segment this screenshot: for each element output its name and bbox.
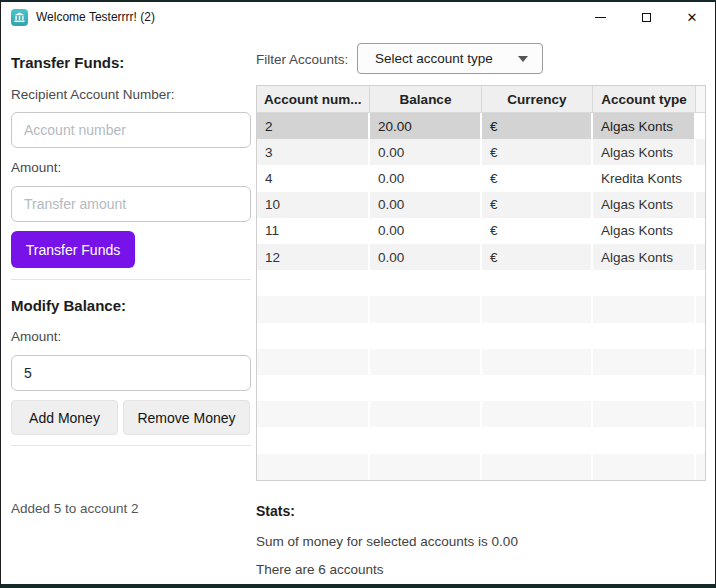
table-cell (257, 401, 370, 427)
table-cell: Algas Konts (593, 113, 696, 139)
stats-heading: Stats: (256, 503, 295, 519)
bank-icon-glyph (14, 12, 25, 23)
table-row-account-3[interactable]: 30.00€Algas Konts (257, 139, 705, 165)
table-row-account-10[interactable]: 100.00€Algas Konts (257, 192, 705, 218)
table-cell: Algas Konts (593, 218, 696, 244)
column-header-0[interactable]: Account num... (257, 86, 370, 113)
table-cell: 12 (257, 244, 370, 270)
table-cell-filler (696, 375, 705, 401)
window-controls: ✕ (577, 2, 715, 32)
table-cell (593, 296, 696, 322)
table-row-empty[interactable] (257, 375, 705, 401)
table-cell (370, 296, 482, 322)
table-cell-filler (696, 113, 705, 139)
modify-amount-label: Amount: (11, 329, 61, 344)
table-cell (370, 454, 482, 480)
column-header-1[interactable]: Balance (370, 86, 482, 113)
table-cell: 0.00 (370, 218, 482, 244)
table-row-empty[interactable] (257, 401, 705, 427)
table-cell: € (482, 139, 593, 165)
minimize-button[interactable] (577, 2, 623, 32)
table-cell (257, 427, 370, 453)
close-icon: ✕ (687, 11, 698, 24)
table-cell: € (482, 244, 593, 270)
table-cell (370, 323, 482, 349)
transfer-funds-heading: Transfer Funds: (11, 54, 124, 71)
table-cell: 0.00 (370, 139, 482, 165)
remove-money-button[interactable]: Remove Money (123, 400, 250, 435)
bank-icon (11, 9, 28, 26)
filter-accounts-label: Filter Accounts: (256, 52, 348, 67)
table-cell: 3 (257, 139, 370, 165)
table-cell (482, 454, 593, 480)
column-header-filler (696, 86, 705, 113)
table-cell (257, 296, 370, 322)
left-divider-1 (11, 279, 251, 280)
column-header-3[interactable]: Account type (593, 86, 696, 113)
table-row-empty[interactable] (257, 323, 705, 349)
table-cell (257, 375, 370, 401)
table-cell: € (482, 165, 593, 191)
table-cell-filler (696, 218, 705, 244)
table-cell (482, 323, 593, 349)
maximize-icon (642, 13, 651, 22)
table-row-empty[interactable] (257, 454, 705, 480)
left-divider-2 (11, 445, 251, 446)
close-button[interactable]: ✕ (669, 2, 715, 32)
table-row-account-12[interactable]: 120.00€Algas Konts (257, 244, 705, 270)
table-cell (370, 401, 482, 427)
table-cell-filler (696, 323, 705, 349)
table-row-empty[interactable] (257, 270, 705, 296)
table-cell: 0.00 (370, 192, 482, 218)
transfer-funds-button[interactable]: Transfer Funds (11, 231, 135, 268)
app-window: Welcome Testerrrr! (2) ✕ Transfer Funds:… (0, 0, 716, 588)
stats-count-line: There are 6 accounts (256, 562, 384, 577)
table-cell: Kredita Konts (593, 165, 696, 191)
table-cell (257, 349, 370, 375)
minimize-icon (595, 17, 606, 18)
table-cell: 11 (257, 218, 370, 244)
transfer-amount-input[interactable] (11, 186, 251, 222)
column-header-2[interactable]: Currency (482, 86, 593, 113)
table-row-empty[interactable] (257, 349, 705, 375)
table-cell (370, 375, 482, 401)
table-cell (482, 427, 593, 453)
account-type-dropdown-value: Select account type (375, 51, 493, 66)
transfer-amount-label: Amount: (11, 160, 61, 175)
account-type-dropdown[interactable]: Select account type (357, 43, 543, 74)
table-cell (593, 270, 696, 296)
add-money-button[interactable]: Add Money (11, 400, 118, 435)
table-cell-filler (696, 296, 705, 322)
table-row-empty[interactable] (257, 296, 705, 322)
table-cell (593, 427, 696, 453)
table-cell (370, 349, 482, 375)
table-cell-filler (696, 349, 705, 375)
table-cell (593, 375, 696, 401)
accounts-table-header: Account num...BalanceCurrencyAccount typ… (257, 86, 705, 113)
table-cell (482, 375, 593, 401)
chevron-down-icon (518, 56, 528, 62)
maximize-button[interactable] (623, 2, 669, 32)
table-cell (482, 349, 593, 375)
table-cell (257, 323, 370, 349)
modify-amount-input[interactable] (11, 355, 251, 391)
table-cell (257, 270, 370, 296)
table-row-account-2[interactable]: 220.00€Algas Konts (257, 113, 705, 139)
table-cell: 20.00 (370, 113, 482, 139)
table-cell (370, 270, 482, 296)
table-cell (482, 270, 593, 296)
accounts-table: Account num...BalanceCurrencyAccount typ… (256, 85, 706, 481)
table-cell (593, 401, 696, 427)
table-cell-filler (696, 270, 705, 296)
table-row-empty[interactable] (257, 427, 705, 453)
table-cell-filler (696, 427, 705, 453)
window-title: Welcome Testerrrr! (2) (36, 10, 155, 24)
table-row-account-4[interactable]: 40.00€Kredita Konts (257, 165, 705, 191)
modify-balance-heading: Modify Balance: (11, 297, 126, 314)
table-cell: Algas Konts (593, 139, 696, 165)
table-cell: € (482, 192, 593, 218)
recipient-account-input[interactable] (11, 112, 251, 148)
table-cell (482, 401, 593, 427)
table-row-account-11[interactable]: 110.00€Algas Konts (257, 218, 705, 244)
table-cell: 0.00 (370, 165, 482, 191)
